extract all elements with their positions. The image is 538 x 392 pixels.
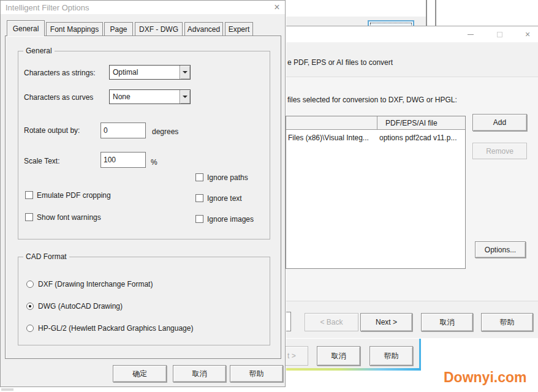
tab-font-mappings[interactable]: Font Mappings xyxy=(46,22,103,36)
ignore-paths-label: Ignore paths xyxy=(207,173,248,182)
filter-options-dialog: Intelligent Filter Options × General Fon… xyxy=(0,0,286,387)
add-button[interactable]: Add xyxy=(472,114,527,131)
hpgl-radio[interactable] xyxy=(26,325,34,332)
show-font-warnings-label: Show font warnings xyxy=(37,213,101,222)
add-label: Add xyxy=(493,118,506,127)
remove-button[interactable]: Remove xyxy=(472,143,527,159)
next-label: Next > xyxy=(376,318,397,326)
hpgl-radio-label: HP-GL/2 (Hewlett Packard Graphics Langua… xyxy=(38,324,193,333)
chars-as-strings-label: Characters as strings: xyxy=(24,69,96,77)
ignore-text-label: Ignore text xyxy=(207,194,242,203)
watermark-text: Downyi.com xyxy=(444,369,526,386)
chars-as-curves-select[interactable]: None xyxy=(109,89,191,104)
dwg-radio[interactable] xyxy=(26,303,34,310)
general-group-title: General xyxy=(23,47,55,55)
tab-dxf-dwg[interactable]: DXF - DWG xyxy=(135,22,183,36)
back-label: < Back xyxy=(320,318,343,326)
wizard-instruction: e PDF, EPS or AI files to convert xyxy=(287,58,393,67)
chars-as-curves-label: Characters as curves xyxy=(24,93,93,102)
scale-text-label: Scale Text: xyxy=(24,157,59,165)
lower-cancel-button[interactable]: 取消 xyxy=(317,346,360,366)
close-icon[interactable]: × xyxy=(518,26,537,42)
hidden-control-fragment xyxy=(286,312,291,331)
wizard-window: × e PDF, EPS or AI files to convert file… xyxy=(286,26,538,338)
desktop-fragment xyxy=(1,388,13,391)
dxf-radio[interactable] xyxy=(26,281,34,288)
dialog-help-button[interactable]: 帮助 xyxy=(230,365,283,382)
rotate-output-label: Rotate output by: xyxy=(24,126,80,135)
dwg-radio-label: DWG (AutoCAD Drawing) xyxy=(38,302,123,311)
tab-advanced[interactable]: Advanced xyxy=(184,22,223,36)
ignore-images-checkbox[interactable] xyxy=(195,215,203,223)
lower-next-label: t > xyxy=(287,352,296,360)
table-header-divider[interactable] xyxy=(377,116,377,130)
watermark: Downyi.com xyxy=(444,368,536,387)
lower-help-button[interactable]: 帮助 xyxy=(369,346,413,366)
options-button[interactable]: Options... xyxy=(475,241,526,258)
ignore-text-checkbox[interactable] xyxy=(195,194,203,202)
dialog-cancel-button[interactable]: 取消 xyxy=(173,365,226,382)
tab-expert[interactable]: Expert xyxy=(225,22,253,36)
lower-next-button-fragment[interactable]: t > xyxy=(285,346,308,366)
chevron-down-icon[interactable] xyxy=(180,66,190,79)
chars-as-strings-value: Optimal xyxy=(110,68,180,77)
remove-label: Remove xyxy=(486,147,513,156)
scale-text-input[interactable] xyxy=(100,152,146,168)
table-header-row xyxy=(286,116,465,130)
file-table[interactable]: PDF/EPS/AI file Files (x86)\Visual Integ… xyxy=(286,116,466,269)
chars-as-curves-value: None xyxy=(110,92,180,101)
ok-button[interactable]: 确定 xyxy=(113,365,167,382)
ok-label: 确定 xyxy=(132,369,147,379)
chars-as-strings-select[interactable]: Optimal xyxy=(109,65,191,80)
back-button[interactable]: < Back xyxy=(305,313,358,331)
chevron-down-icon[interactable] xyxy=(180,90,190,104)
lower-window-fragment: t > 取消 帮助 xyxy=(286,339,421,368)
tab-general[interactable]: General xyxy=(7,20,45,36)
screen: t > 取消 帮助 Downyi.com × e PDF, EPS or AI … xyxy=(0,0,538,392)
cad-group-title: CAD Format xyxy=(23,252,69,261)
table-row-col1[interactable]: Files (x86)\Visual Integ... xyxy=(288,134,376,142)
files-selected-label: files selected for conversion to DXF, DW… xyxy=(287,96,457,104)
lower-window-glow-border xyxy=(286,368,421,371)
dialog-help-label: 帮助 xyxy=(249,369,264,379)
dialog-title: Intelligent Filter Options xyxy=(6,3,89,12)
dxf-radio-label: DXF (Drawing Interchange Format) xyxy=(38,280,153,288)
wizard-cancel-label: 取消 xyxy=(440,317,455,328)
scale-unit-label: % xyxy=(151,158,157,167)
background-window-edge xyxy=(435,0,436,26)
lower-cancel-label: 取消 xyxy=(332,351,346,361)
show-font-warnings-checkbox[interactable] xyxy=(25,213,33,221)
dialog-cancel-label: 取消 xyxy=(192,369,207,379)
emulate-pdf-cropping-label: Emulate PDF cropping xyxy=(37,191,111,200)
ignore-paths-checkbox[interactable] xyxy=(195,173,203,181)
table-column-header[interactable]: PDF/EPS/AI file xyxy=(385,119,438,127)
options-label: Options... xyxy=(485,246,516,254)
tab-page[interactable]: Page xyxy=(104,22,133,36)
next-button[interactable]: Next > xyxy=(360,313,412,331)
rotate-output-input[interactable] xyxy=(100,123,146,138)
lower-help-label: 帮助 xyxy=(384,351,399,361)
emulate-pdf-cropping-checkbox[interactable] xyxy=(25,191,33,199)
table-row-col2[interactable]: options pdf2cad v11.p... xyxy=(379,134,464,142)
wizard-help-button[interactable]: 帮助 xyxy=(481,313,533,331)
wizard-cancel-button[interactable]: 取消 xyxy=(421,313,473,331)
minimize-icon[interactable] xyxy=(461,26,480,42)
maximize-icon[interactable] xyxy=(490,26,509,42)
dialog-close-icon[interactable]: × xyxy=(269,1,285,14)
rotate-unit-label: degrees xyxy=(152,127,178,136)
background-window-edge xyxy=(426,0,427,26)
wizard-help-label: 帮助 xyxy=(500,317,515,328)
ignore-images-label: Ignore images xyxy=(207,215,254,224)
